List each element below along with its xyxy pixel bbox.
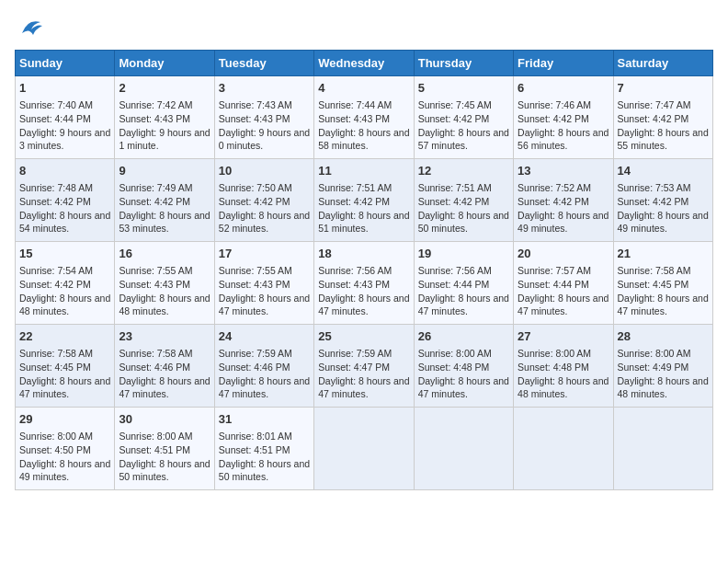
sunset: Sunset: 4:42 PM — [618, 196, 689, 207]
day-number: 1 — [19, 80, 110, 97]
header-monday: Monday — [115, 51, 214, 76]
day-number: 17 — [219, 246, 310, 262]
sunrise: Sunrise: 7:59 AM — [318, 348, 392, 359]
day-number: 19 — [418, 246, 509, 262]
day-number: 6 — [518, 80, 609, 97]
daylight: Daylight: 8 hours and 47 minutes. — [618, 293, 709, 317]
day-number: 26 — [418, 328, 509, 345]
daylight: Daylight: 8 hours and 48 minutes. — [518, 375, 609, 400]
calendar-cell: 12Sunrise: 7:51 AMSunset: 4:42 PMDayligh… — [414, 159, 513, 242]
sunset: Sunset: 4:43 PM — [119, 279, 190, 290]
day-number: 31 — [219, 411, 310, 428]
day-number: 25 — [318, 328, 409, 345]
page-header — [15, 15, 713, 40]
header-row: SundayMondayTuesdayWednesdayThursdayFrid… — [16, 51, 713, 76]
calendar-cell: 13Sunrise: 7:52 AMSunset: 4:42 PMDayligh… — [514, 159, 613, 242]
calendar-cell: 8Sunrise: 7:48 AMSunset: 4:42 PMDaylight… — [16, 159, 115, 242]
sunset: Sunset: 4:51 PM — [219, 444, 290, 455]
day-number: 13 — [518, 163, 609, 179]
daylight: Daylight: 8 hours and 52 minutes. — [219, 210, 310, 235]
calendar-cell: 16Sunrise: 7:55 AMSunset: 4:43 PMDayligh… — [115, 242, 214, 325]
day-number: 15 — [19, 246, 110, 262]
sunset: Sunset: 4:43 PM — [318, 113, 390, 124]
calendar-cell: 6Sunrise: 7:46 AMSunset: 4:42 PMDaylight… — [514, 76, 613, 159]
daylight: Daylight: 8 hours and 49 minutes. — [19, 458, 110, 483]
daylight: Daylight: 8 hours and 50 minutes. — [219, 458, 310, 483]
sunset: Sunset: 4:46 PM — [219, 362, 290, 373]
daylight: Daylight: 8 hours and 51 minutes. — [318, 210, 409, 235]
sunset: Sunset: 4:51 PM — [119, 444, 190, 455]
calendar-cell: 29Sunrise: 8:00 AMSunset: 4:50 PMDayligh… — [16, 408, 115, 490]
sunrise: Sunrise: 7:58 AM — [119, 348, 192, 359]
calendar-cell: 2Sunrise: 7:42 AMSunset: 4:43 PMDaylight… — [115, 76, 214, 159]
sunrise: Sunrise: 7:42 AM — [119, 99, 192, 110]
calendar-cell: 3Sunrise: 7:43 AMSunset: 4:43 PMDaylight… — [214, 76, 313, 159]
sunset: Sunset: 4:46 PM — [119, 362, 190, 373]
day-number: 16 — [119, 246, 210, 262]
sunrise: Sunrise: 8:01 AM — [219, 431, 292, 442]
calendar-cell: 26Sunrise: 8:00 AMSunset: 4:48 PMDayligh… — [414, 325, 513, 408]
sunset: Sunset: 4:47 PM — [318, 362, 390, 373]
sunrise: Sunrise: 7:46 AM — [518, 99, 591, 110]
day-number: 9 — [119, 163, 210, 179]
sunset: Sunset: 4:42 PM — [219, 196, 290, 207]
daylight: Daylight: 8 hours and 47 minutes. — [318, 293, 409, 317]
sunset: Sunset: 4:48 PM — [518, 362, 589, 373]
calendar-cell: 7Sunrise: 7:47 AMSunset: 4:42 PMDaylight… — [613, 76, 712, 159]
sunset: Sunset: 4:49 PM — [618, 362, 689, 373]
calendar-cell: 5Sunrise: 7:45 AMSunset: 4:42 PMDaylight… — [414, 76, 513, 159]
sunrise: Sunrise: 7:52 AM — [518, 182, 591, 193]
daylight: Daylight: 8 hours and 55 minutes. — [618, 127, 709, 152]
sunset: Sunset: 4:42 PM — [618, 113, 689, 124]
sunrise: Sunrise: 7:53 AM — [618, 182, 691, 193]
daylight: Daylight: 9 hours and 1 minute. — [119, 127, 210, 152]
daylight: Daylight: 8 hours and 48 minutes. — [618, 375, 709, 400]
day-number: 12 — [418, 163, 509, 179]
sunrise: Sunrise: 7:45 AM — [418, 99, 492, 110]
daylight: Daylight: 8 hours and 47 minutes. — [418, 375, 509, 400]
daylight: Daylight: 8 hours and 53 minutes. — [119, 210, 210, 235]
day-number: 14 — [618, 163, 709, 179]
daylight: Daylight: 8 hours and 58 minutes. — [318, 127, 409, 152]
calendar-cell: 21Sunrise: 7:58 AMSunset: 4:45 PMDayligh… — [613, 242, 712, 325]
sunrise: Sunrise: 8:00 AM — [418, 348, 492, 359]
sunrise: Sunrise: 7:54 AM — [19, 265, 93, 276]
day-number: 8 — [19, 163, 110, 179]
daylight: Daylight: 8 hours and 47 minutes. — [119, 375, 210, 400]
day-number: 23 — [119, 328, 210, 345]
calendar-cell: 20Sunrise: 7:57 AMSunset: 4:44 PMDayligh… — [514, 242, 613, 325]
daylight: Daylight: 8 hours and 50 minutes. — [418, 210, 509, 235]
sunset: Sunset: 4:42 PM — [119, 196, 190, 207]
daylight: Daylight: 8 hours and 48 minutes. — [119, 293, 210, 317]
calendar-cell: 18Sunrise: 7:56 AMSunset: 4:43 PMDayligh… — [314, 242, 414, 325]
sunset: Sunset: 4:43 PM — [219, 113, 290, 124]
sunset: Sunset: 4:45 PM — [19, 362, 91, 373]
calendar-cell: 25Sunrise: 7:59 AMSunset: 4:47 PMDayligh… — [314, 325, 414, 408]
daylight: Daylight: 9 hours and 0 minutes. — [219, 127, 310, 152]
daylight: Daylight: 8 hours and 57 minutes. — [418, 127, 509, 152]
sunrise: Sunrise: 7:57 AM — [518, 265, 591, 276]
day-number: 28 — [618, 328, 709, 345]
header-wednesday: Wednesday — [314, 51, 414, 76]
logo — [15, 15, 48, 40]
day-number: 22 — [19, 328, 110, 345]
calendar-cell — [613, 408, 712, 490]
week-row-5: 29Sunrise: 8:00 AMSunset: 4:50 PMDayligh… — [16, 408, 713, 490]
calendar-cell: 17Sunrise: 7:55 AMSunset: 4:43 PMDayligh… — [214, 242, 313, 325]
sunset: Sunset: 4:42 PM — [19, 279, 91, 290]
daylight: Daylight: 8 hours and 54 minutes. — [19, 210, 110, 235]
sunrise: Sunrise: 7:40 AM — [19, 99, 93, 110]
sunrise: Sunrise: 8:00 AM — [119, 431, 192, 442]
sunset: Sunset: 4:44 PM — [19, 113, 91, 124]
sunrise: Sunrise: 7:48 AM — [19, 182, 93, 193]
week-row-2: 8Sunrise: 7:48 AMSunset: 4:42 PMDaylight… — [16, 159, 713, 242]
header-saturday: Saturday — [613, 51, 712, 76]
day-number: 18 — [318, 246, 409, 262]
sunset: Sunset: 4:42 PM — [518, 196, 589, 207]
sunrise: Sunrise: 7:56 AM — [318, 265, 392, 276]
daylight: Daylight: 8 hours and 48 minutes. — [19, 293, 110, 317]
calendar-cell: 1Sunrise: 7:40 AMSunset: 4:44 PMDaylight… — [16, 76, 115, 159]
daylight: Daylight: 8 hours and 50 minutes. — [119, 458, 210, 483]
daylight: Daylight: 8 hours and 47 minutes. — [518, 293, 609, 317]
calendar-cell: 28Sunrise: 8:00 AMSunset: 4:49 PMDayligh… — [613, 325, 712, 408]
